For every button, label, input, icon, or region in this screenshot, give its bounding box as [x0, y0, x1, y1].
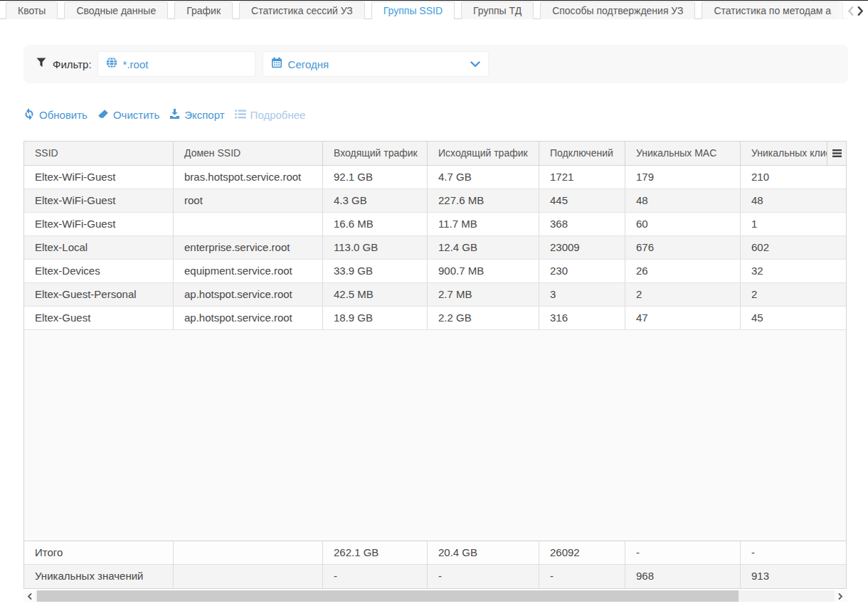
cell-rx-traffic: 33.9 GB [323, 260, 428, 282]
filter-panel: Фильтр: Сегодня [23, 45, 848, 83]
column-header-domain[interactable]: Домен SSID [174, 142, 323, 165]
cell-unique-mac: 47 [625, 307, 741, 329]
table-footer: Итого262.1 GB20.4 GB26092--Уникальных зн… [24, 541, 846, 588]
cell-unique-mac: 26 [625, 260, 741, 282]
tab-4[interactable]: Группы SSID [371, 1, 455, 19]
cell-tx-traffic: 227.6 MB [428, 189, 539, 212]
cell-unique-mac: 179 [625, 166, 741, 188]
cell-ssid: Eltex-Devices [24, 260, 174, 282]
cell-unique-mac: 2 [625, 283, 741, 306]
ssid-groups-table: SSIDДомен SSIDВходящий трафикИсходящий т… [23, 141, 847, 589]
cell-ssid: Итого [24, 541, 174, 564]
period-select[interactable]: Сегодня [263, 51, 489, 77]
table-row[interactable]: Eltex-WiFi-Guestbras.hotspot.service.roo… [24, 166, 846, 189]
tab-5[interactable]: Группы ТД [461, 1, 534, 19]
cell-unique-mac: 48 [625, 189, 741, 212]
table-row[interactable]: Eltex-Devicesequipment.service.root33.9 … [24, 260, 846, 283]
filter-funnel-icon [36, 58, 46, 70]
tab-strip: КвотыСводные данныеГрафикСтатистика сесс… [6, 1, 868, 19]
cell-domain: bras.hotspot.service.root [174, 166, 323, 188]
tab-6[interactable]: Способы подтверждения УЗ [540, 1, 695, 19]
cell-unique-clients: 45 [741, 307, 846, 329]
cell-tx-traffic: 900.7 MB [428, 260, 539, 282]
column-header-connections[interactable]: Подключений [539, 142, 625, 165]
details-button[interactable]: Подробнее [235, 109, 306, 121]
cell-unique-clients: 32 [741, 260, 846, 282]
cell-unique-clients: 48 [741, 189, 846, 212]
chevron-left-icon [27, 593, 32, 600]
cell-unique-clients: 2 [741, 283, 846, 306]
cell-ssid: Уникальных значений [24, 565, 174, 588]
export-button[interactable]: Экспорт [169, 109, 224, 122]
cell-tx-traffic: 20.4 GB [428, 541, 539, 564]
cell-connections: 368 [539, 213, 625, 235]
column-header-rx-traffic[interactable]: Входящий трафик [323, 142, 428, 165]
ssid-filter-input[interactable] [97, 51, 255, 77]
table-row[interactable]: Eltex-WiFi-Guest16.6 MB11.7 MB368601 [24, 213, 846, 236]
details-label: Подробнее [250, 109, 306, 121]
refresh-button[interactable]: Обновить [23, 108, 88, 122]
refresh-icon [23, 108, 35, 122]
tab-label: Способы подтверждения УЗ [552, 5, 683, 16]
cell-rx-traffic: 18.9 GB [323, 307, 428, 329]
cell-domain: ap.hotspot.service.root [174, 283, 323, 306]
tab-3[interactable]: Статистика сессий УЗ [239, 1, 365, 19]
scroll-right-button[interactable] [835, 590, 847, 602]
cell-tx-traffic: 4.7 GB [428, 166, 539, 188]
cell-rx-traffic: 113.0 GB [323, 236, 428, 259]
table-row[interactable]: Eltex-Guestap.hotspot.service.root18.9 G… [24, 307, 846, 330]
cell-unique-mac: - [625, 541, 741, 564]
cell-rx-traffic: 42.5 MB [323, 283, 428, 306]
column-header-unique-mac[interactable]: Уникальных MAC [625, 142, 741, 165]
cell-unique-clients: 913 [741, 565, 846, 588]
chevron-down-icon [470, 61, 480, 68]
cell-domain [174, 213, 323, 235]
cell-unique-mac: 968 [625, 565, 741, 588]
cell-ssid: Eltex-Guest-Personal [24, 283, 174, 306]
download-icon [169, 109, 180, 122]
cell-connections: 3 [539, 283, 625, 306]
table-row[interactable]: Eltex-WiFi-Guestroot4.3 GB227.6 MB445484… [24, 189, 846, 213]
tab-0[interactable]: Квоты [6, 1, 58, 19]
ssid-filter-value[interactable] [123, 58, 237, 70]
table-header-row: SSIDДомен SSIDВходящий трафикИсходящий т… [24, 142, 846, 166]
table-empty-area [24, 330, 846, 541]
tab-scroll-right-icon[interactable] [857, 6, 864, 16]
cell-unique-clients: 602 [741, 236, 846, 259]
column-header-tx-traffic[interactable]: Исходящий трафик [428, 142, 539, 165]
tab-2[interactable]: График [174, 1, 233, 19]
cell-connections: 23009 [539, 236, 625, 259]
eraser-icon [97, 109, 109, 122]
column-menu-button[interactable] [827, 142, 846, 165]
list-icon [235, 109, 246, 121]
cell-domain [174, 541, 323, 564]
cell-domain [174, 565, 323, 588]
cell-rx-traffic: - [323, 565, 428, 588]
tab-scroll-left-icon[interactable] [847, 6, 854, 16]
tab-1[interactable]: Сводные данные [64, 1, 168, 19]
column-header-ssid[interactable]: SSID [24, 142, 174, 165]
tab-label: Группы ТД [473, 5, 522, 16]
tab-label: Группы SSID [383, 5, 443, 16]
horizontal-scrollbar[interactable] [23, 590, 847, 602]
table-row[interactable]: Eltex-Localenterprise.service.root113.0 … [24, 236, 846, 260]
table-body: Eltex-WiFi-Guestbras.hotspot.service.roo… [24, 166, 846, 330]
tab-7[interactable]: Статистика по методам а [702, 1, 843, 19]
tab-label: График [186, 5, 221, 16]
scrollbar-thumb[interactable] [37, 590, 739, 602]
cell-connections: - [539, 565, 625, 588]
cell-domain: equipment.service.root [174, 260, 323, 282]
tab-label: Статистика сессий УЗ [251, 5, 353, 16]
period-value: Сегодня [288, 58, 329, 70]
tab-scrollers [835, 1, 868, 19]
cell-ssid: Eltex-WiFi-Guest [24, 166, 174, 188]
refresh-label: Обновить [39, 109, 88, 121]
clear-label: Очистить [113, 109, 159, 121]
cell-unique-clients: 210 [741, 166, 846, 188]
chevron-right-icon [838, 593, 843, 600]
clear-button[interactable]: Очистить [97, 109, 159, 122]
scroll-left-button[interactable] [23, 590, 36, 602]
summary-row-unique: Уникальных значений---968913 [24, 565, 846, 588]
table-row[interactable]: Eltex-Guest-Personalap.hotspot.service.r… [24, 283, 846, 307]
cell-rx-traffic: 16.6 MB [323, 213, 428, 235]
